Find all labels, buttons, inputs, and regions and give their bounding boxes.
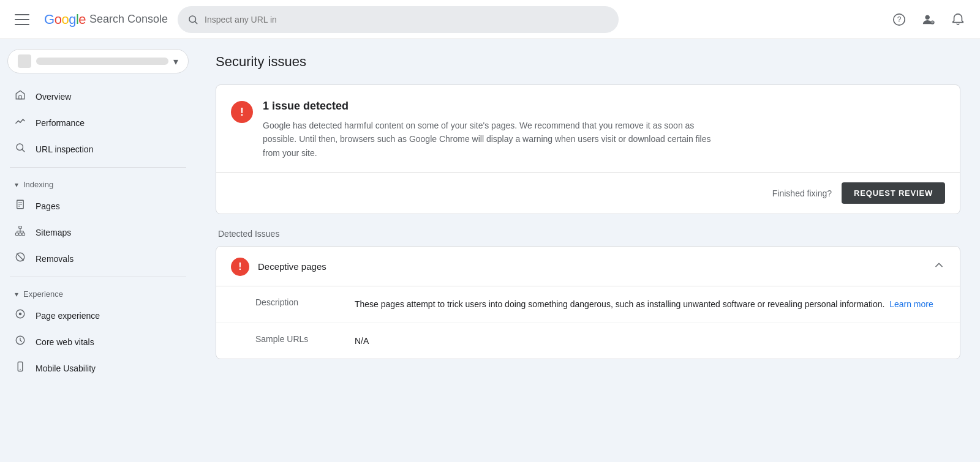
sidebar-label-performance: Performance [36,118,85,128]
collapse-icon[interactable] [933,259,945,274]
svg-rect-7 [19,96,22,99]
sidebar-label-mobile-usability: Mobile Usability [36,363,96,373]
app-name-text: Search Console [89,13,168,26]
help-icon: ? [892,13,906,26]
search-input[interactable] [205,15,609,24]
indexing-label-text: Indexing [23,180,53,189]
mobile-usability-icon [15,361,26,375]
issue-detected-card: ! 1 issue detected Google has detected h… [216,84,960,214]
sidebar-label-core-web-vitals: Core web vitals [36,337,94,347]
nav-divider-2 [10,277,186,277]
svg-rect-15 [16,233,19,236]
sample-urls-label: Sample URLs [255,334,335,348]
sidebar-item-performance[interactable]: Performance [0,110,189,136]
sidebar-label-page-experience: Page experience [36,311,100,321]
sidebar-item-mobile-usability[interactable]: Mobile Usability [0,355,189,381]
deceptive-pages-title: Deceptive pages [258,261,326,272]
issue-description-text: Google has detected harmful content on s… [263,119,728,160]
url-inspection-icon [15,142,26,156]
accounts-button[interactable]: ⚙ [916,7,941,32]
deceptive-pages-body: Description These pages attempt to trick… [216,286,960,359]
chevron-down-indexing-icon: ▾ [15,181,18,189]
bell-icon [951,13,965,26]
svg-rect-14 [19,226,22,229]
help-button[interactable]: ? [887,7,911,32]
experience-section-label: ▾ Experience [0,282,196,302]
experience-label-text: Experience [23,289,63,299]
sitemaps-icon [15,225,26,239]
main-layout: ▾ Overview Performance URL inspection ▾ … [0,39,980,462]
sidebar-item-pages[interactable]: Pages [0,193,189,219]
manage-accounts-icon: ⚙ [922,13,935,26]
svg-line-1 [195,21,197,23]
issue-count-heading: 1 issue detected [263,100,728,113]
sidebar-label-overview: Overview [36,92,71,102]
description-row: Description These pages attempt to trick… [216,286,960,322]
core-web-vitals-icon [15,335,26,349]
sidebar-item-overview[interactable]: Overview [0,83,189,110]
svg-line-24 [17,254,24,261]
hamburger-menu-button[interactable] [10,7,34,32]
property-name [36,58,168,65]
header: Google Search Console ? ⚙ [0,0,980,39]
removals-icon [15,251,26,266]
chevron-down-icon: ▾ [173,56,178,67]
performance-icon [15,116,26,130]
nav-divider-1 [10,167,186,168]
error-icon: ! [231,101,253,123]
property-avatar [18,54,31,68]
page-title: Security issues [216,54,960,70]
deceptive-pages-header: ! Deceptive pages [216,247,960,286]
notifications-button[interactable] [946,7,970,32]
sidebar-item-page-experience[interactable]: Page experience [0,302,189,329]
home-icon [15,89,26,103]
request-review-button[interactable]: REQUEST REVIEW [842,182,945,204]
url-search-bar[interactable] [178,6,619,33]
issue-card-body: ! 1 issue detected Google has detected h… [216,85,960,173]
logo: Google Search Console [44,12,168,28]
description-label: Description [255,297,335,311]
learn-more-link[interactable]: Learn more [889,299,933,309]
page-experience-icon [15,308,26,322]
description-value: These pages attempt to trick users into … [355,297,945,311]
svg-line-9 [22,149,24,152]
svg-rect-16 [19,233,22,236]
sample-urls-value: N/A [355,334,945,348]
sidebar-label-url-inspection: URL inspection [36,144,93,154]
indexing-section-label: ▾ Indexing [0,173,196,193]
detected-issues-card: ! Deceptive pages Description These page… [216,246,960,359]
search-icon [187,14,198,25]
finished-fixing-label: Finished fixing? [772,188,832,198]
issue-card-footer: Finished fixing? REQUEST REVIEW [216,173,960,214]
svg-text:?: ? [897,15,902,24]
deceptive-pages-error-icon: ! [231,258,249,276]
chevron-down-experience-icon: ▾ [15,290,18,299]
detected-issues-section-label: Detected Issues [216,229,960,239]
sidebar-item-removals[interactable]: Removals [0,245,189,272]
deceptive-pages-header-left: ! Deceptive pages [231,256,326,276]
sidebar: ▾ Overview Performance URL inspection ▾ … [0,39,196,462]
svg-point-29 [20,369,21,370]
svg-rect-17 [22,233,25,236]
hamburger-icon [15,12,29,27]
sidebar-label-pages: Pages [36,201,60,211]
sidebar-label-removals: Removals [36,254,74,264]
sidebar-item-sitemaps[interactable]: Sitemaps [0,219,189,245]
header-icons: ? ⚙ [887,7,970,32]
pages-icon [15,199,26,213]
sidebar-label-sitemaps: Sitemaps [36,228,71,237]
svg-point-26 [19,313,22,316]
sample-urls-row: Sample URLs N/A [216,323,960,359]
google-logo-text: Google [44,12,86,28]
main-content: Security issues ! 1 issue detected Googl… [196,39,980,462]
sidebar-item-core-web-vitals[interactable]: Core web vitals [0,329,189,355]
sidebar-item-url-inspection[interactable]: URL inspection [0,136,189,162]
issue-text: 1 issue detected Google has detected har… [263,100,728,160]
property-selector[interactable]: ▾ [7,49,189,73]
svg-point-4 [925,15,930,19]
